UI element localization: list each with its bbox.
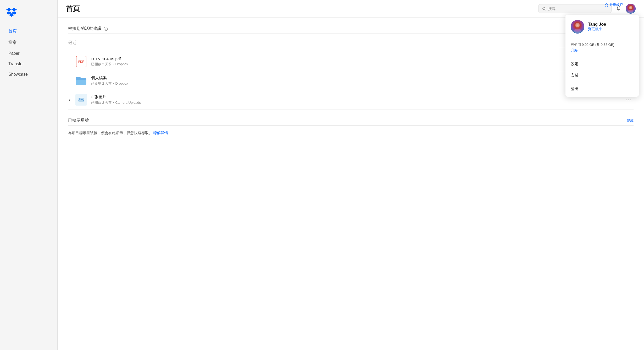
svg-point-5 — [628, 10, 633, 13]
main-content: 首頁 — [58, 0, 644, 350]
learn-more-link[interactable]: 瞭解詳情 — [153, 131, 168, 135]
images-file-icon — [75, 94, 87, 106]
image-folder-icon — [75, 94, 87, 106]
search-input[interactable] — [548, 7, 608, 11]
sidebar-item-transfer[interactable]: Transfer — [2, 59, 55, 69]
sidebar-item-showcase[interactable]: Showcase — [2, 69, 55, 79]
storage-info: 已使用 9.02 GB (共 9.63 GB) 升級 — [565, 40, 639, 56]
starred-section: 已標示星號 隱藏 為項目標示星號後，便會在此顯示，供您快速存取。 瞭解詳情 — [68, 118, 634, 136]
info-icon[interactable]: i — [104, 27, 108, 31]
chevron-right-icon — [68, 98, 71, 101]
mountain-image-icon — [78, 97, 84, 103]
svg-point-4 — [629, 6, 632, 9]
dropdown-header: Tang Joe 變更相片 — [565, 15, 639, 38]
dropdown-user-name: Tang Joe — [588, 22, 606, 27]
header: 首頁 — [58, 0, 644, 18]
file-meta-folder: 已新增 2 天前・Dropbox — [91, 81, 623, 86]
recent-title: 最近 — [68, 40, 76, 46]
content-area: 根據您的活動建議 i 隱 最近 隱 PDF 2015110 — [58, 18, 644, 350]
pdf-file-icon: PDF — [75, 56, 87, 67]
folder-icon — [75, 76, 87, 85]
dropdown-item-divider-1 — [565, 57, 639, 57]
file-more-images[interactable]: ··· — [623, 96, 634, 104]
recent-section-header: 最近 隱 — [68, 40, 634, 46]
sidebar-item-home[interactable]: 首頁 — [2, 26, 55, 37]
starred-empty-text: 為項目標示星號後，便會在此顯示，供您快速存取。 瞭解詳情 — [68, 130, 634, 136]
search-icon — [542, 7, 546, 11]
star-icon — [605, 3, 608, 7]
starred-action[interactable]: 隱藏 — [627, 118, 634, 123]
user-dropdown-menu: Tang Joe 變更相片 已使用 9.02 GB (共 9.63 GB) 升級… — [565, 15, 639, 97]
svg-point-13 — [574, 29, 581, 33]
upgrade-top-link[interactable]: 升級帳戶 — [605, 3, 623, 7]
upgrade-top-label: 升級帳戶 — [609, 3, 623, 7]
dropdown-divider — [565, 38, 639, 38]
svg-marker-6 — [605, 3, 608, 7]
starred-section-header: 已標示星號 隱藏 — [68, 118, 634, 123]
file-meta-images: 已開啟 2 天前・Camera Uploads — [91, 100, 623, 105]
suggested-title: 根據您的活動建議 i — [68, 26, 108, 31]
dropdown-item-divider-2 — [565, 82, 639, 82]
storage-used-text: 已使用 9.02 GB (共 9.63 GB) — [571, 43, 614, 47]
sidebar-item-files[interactable]: 檔案 — [2, 37, 55, 48]
expand-arrow-images[interactable] — [68, 98, 74, 101]
page-title: 首頁 — [66, 4, 80, 13]
change-photo-link[interactable]: 變更相片 — [588, 27, 606, 31]
dropbox-logo-icon — [6, 8, 17, 17]
file-info-pdf: 20151104-09.pdf 已開啟 2 天前・Dropbox — [91, 57, 623, 67]
file-meta-pdf: 已開啟 2 天前・Dropbox — [91, 62, 623, 67]
dropdown-user-info: Tang Joe 變更相片 — [588, 22, 606, 31]
settings-menu-item[interactable]: 設定 — [565, 58, 639, 70]
user-avatar[interactable] — [626, 4, 636, 14]
svg-text:i: i — [106, 28, 106, 30]
search-bar[interactable] — [538, 4, 612, 13]
file-item-folder[interactable]: 個人檔案 已新增 2 天前・Dropbox ··· — [68, 71, 634, 90]
upgrade-link[interactable]: 升級 — [571, 48, 634, 53]
suggested-divider — [68, 34, 634, 34]
sidebar: 首頁 檔案 Paper Transfer Showcase — [0, 0, 58, 350]
file-info-images: 2 張圖片 已開啟 2 天前・Camera Uploads — [91, 95, 623, 105]
starred-title: 已標示星號 — [68, 118, 89, 123]
file-item-images[interactable]: 2 張圖片 已開啟 2 天前・Camera Uploads ··· — [68, 90, 634, 110]
dropdown-avatar — [571, 20, 584, 34]
starred-divider — [68, 125, 634, 126]
logout-menu-item[interactable]: 登出 — [565, 83, 639, 95]
svg-point-10 — [79, 98, 80, 99]
sidebar-nav: 首頁 檔案 Paper Transfer Showcase — [0, 25, 57, 80]
file-name-images: 2 張圖片 — [91, 95, 623, 100]
file-name-folder: 個人檔案 — [91, 75, 623, 80]
file-name-pdf: 20151104-09.pdf — [91, 57, 623, 61]
install-menu-item[interactable]: 安裝 — [565, 70, 639, 81]
recent-divider — [68, 48, 634, 48]
file-item-pdf[interactable]: PDF 20151104-09.pdf 已開啟 2 天前・Dropbox ··· — [68, 52, 634, 71]
folder-file-icon — [75, 75, 87, 86]
suggested-section-header: 根據您的活動建議 i 隱 — [68, 26, 634, 31]
svg-line-1 — [545, 9, 546, 10]
sidebar-item-paper[interactable]: Paper — [2, 48, 55, 58]
file-info-folder: 個人檔案 已新增 2 天前・Dropbox — [91, 75, 623, 86]
logo — [0, 5, 57, 25]
svg-point-12 — [575, 23, 580, 27]
